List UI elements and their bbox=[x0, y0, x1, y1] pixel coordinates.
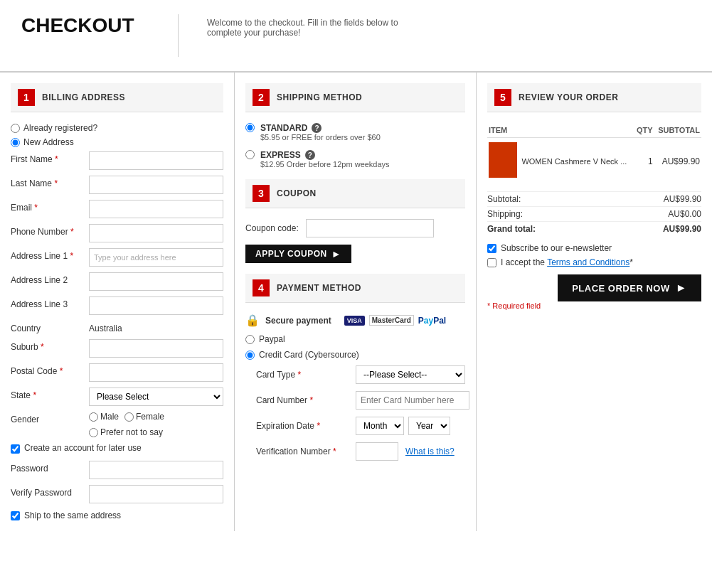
review-table: ITEM QTY SUBTOTAL WOMEN Cashmere V Neck … bbox=[487, 123, 701, 184]
gender-prefer-label[interactable]: Prefer not to say bbox=[89, 427, 163, 437]
state-row: State * Please Select bbox=[11, 387, 223, 406]
card-type-select[interactable]: --Please Select-- bbox=[356, 365, 465, 384]
already-registered-radio[interactable] bbox=[11, 124, 20, 133]
verification-label: Verification Number * bbox=[256, 447, 349, 456]
card-type-row: Card Type * --Please Select-- bbox=[256, 365, 465, 384]
place-order-button[interactable]: PLACE ORDER NOW ► bbox=[558, 274, 701, 301]
country-row: Country Australia bbox=[11, 321, 223, 333]
already-registered-row: Already registered? bbox=[11, 123, 223, 133]
first-name-input[interactable] bbox=[89, 151, 223, 170]
paypal-radio[interactable] bbox=[245, 335, 255, 344]
state-label: State * bbox=[11, 387, 89, 400]
secure-row: 🔒 Secure payment VISA MasterCard PayPal bbox=[245, 314, 465, 327]
phone-row: Phone Number * bbox=[11, 224, 223, 242]
apply-coupon-button[interactable]: APPLY COUPON ► bbox=[245, 245, 351, 263]
last-name-input[interactable] bbox=[89, 176, 223, 194]
coupon-row: Coupon code: bbox=[245, 219, 465, 237]
already-registered-label[interactable]: Already registered? bbox=[23, 123, 97, 133]
suburb-input[interactable] bbox=[89, 339, 223, 358]
shipping-step-num: 2 bbox=[253, 89, 270, 106]
verification-row: Verification Number * What is this? bbox=[256, 442, 465, 461]
header-message: Welcome to the checkout. Fill in the fie… bbox=[207, 14, 420, 38]
postal-label: Postal Code * bbox=[11, 363, 89, 376]
email-input[interactable] bbox=[89, 200, 223, 218]
address3-input[interactable] bbox=[89, 296, 223, 315]
new-address-radio[interactable] bbox=[11, 138, 20, 147]
standard-help-icon[interactable]: ? bbox=[312, 123, 322, 133]
phone-label: Phone Number * bbox=[11, 224, 89, 237]
col-qty: QTY bbox=[634, 123, 654, 138]
subscribe-label[interactable]: Subscribe to our e-newsletter bbox=[501, 243, 612, 253]
apply-coupon-arrow-icon: ► bbox=[331, 248, 341, 260]
terms-row: I accept the Terms and Conditions* bbox=[487, 257, 701, 267]
card-number-input[interactable] bbox=[356, 391, 469, 410]
ship-same-checkbox[interactable] bbox=[11, 511, 20, 520]
last-name-label: Last Name * bbox=[11, 176, 89, 188]
cc-label[interactable]: Credit Card (Cybersource) bbox=[245, 350, 465, 360]
state-select[interactable]: Please Select bbox=[89, 387, 223, 406]
paypal-label[interactable]: Paypal bbox=[245, 334, 465, 344]
email-label: Email * bbox=[11, 200, 89, 213]
new-address-row: New Address bbox=[11, 137, 223, 147]
address1-input[interactable] bbox=[89, 248, 223, 267]
standard-label[interactable]: STANDARD ? $5.95 or FREE for orders over… bbox=[245, 123, 465, 141]
standard-option: STANDARD ? $5.95 or FREE for orders over… bbox=[245, 123, 465, 141]
suburb-label: Suburb * bbox=[11, 339, 89, 352]
coupon-input[interactable] bbox=[306, 219, 434, 237]
lock-icon: 🔒 bbox=[245, 314, 260, 327]
card-number-label: Card Number * bbox=[256, 395, 349, 405]
col-item: ITEM bbox=[487, 123, 634, 138]
create-account-checkbox[interactable] bbox=[11, 444, 20, 454]
cc-option: Credit Card (Cybersource) bbox=[245, 350, 465, 360]
payment-logos: VISA MasterCard PayPal bbox=[344, 315, 446, 326]
create-account-label[interactable]: Create an account for later use bbox=[24, 443, 142, 453]
grand-total-row: Grand total: AU$99.90 bbox=[487, 221, 701, 236]
gender-row: Gender Male Female Prefer not to say bbox=[11, 412, 223, 437]
shipping-total-label: Shipping: bbox=[487, 209, 523, 219]
standard-radio[interactable] bbox=[245, 123, 255, 132]
cc-option-text: Credit Card (Cybersource) bbox=[259, 350, 359, 360]
gender-female-label[interactable]: Female bbox=[124, 412, 164, 422]
express-radio[interactable] bbox=[245, 150, 255, 159]
phone-input[interactable] bbox=[89, 224, 223, 242]
product-price-cell: AU$99.90 bbox=[654, 138, 701, 185]
new-address-label[interactable]: New Address bbox=[23, 137, 74, 147]
year-select[interactable]: Year bbox=[408, 417, 450, 435]
payment-title: PAYMENT METHOD bbox=[277, 283, 361, 293]
verify-password-row: Verify Password bbox=[11, 485, 223, 503]
verify-password-input[interactable] bbox=[89, 485, 223, 503]
gender-prefer-radio[interactable] bbox=[89, 428, 98, 437]
standard-name: STANDARD bbox=[260, 123, 307, 133]
review-step-num: 5 bbox=[494, 89, 511, 106]
gender-male-radio[interactable] bbox=[89, 412, 98, 422]
billing-header: 1 BILLING ADDRESS bbox=[11, 83, 223, 112]
gender-group: Male Female Prefer not to say bbox=[89, 412, 223, 437]
cc-radio[interactable] bbox=[245, 351, 255, 360]
grand-total-value: AU$99.90 bbox=[663, 224, 701, 234]
terms-link[interactable]: Terms and Conditions bbox=[547, 257, 629, 267]
subscribe-checkbox[interactable] bbox=[487, 244, 496, 253]
password-input[interactable] bbox=[89, 461, 223, 479]
verification-input[interactable] bbox=[356, 442, 398, 461]
password-row: Password bbox=[11, 461, 223, 479]
what-is-this-link[interactable]: What is this? bbox=[405, 447, 455, 456]
address2-label: Address Line 2 bbox=[11, 272, 89, 285]
express-help-icon[interactable]: ? bbox=[305, 150, 315, 160]
standard-desc: $5.95 or FREE for orders over $60 bbox=[260, 133, 381, 141]
password-label: Password bbox=[11, 461, 89, 474]
terms-checkbox[interactable] bbox=[487, 258, 496, 267]
place-order-label: PLACE ORDER NOW bbox=[572, 283, 670, 294]
gender-male-label[interactable]: Male bbox=[89, 412, 119, 422]
ship-same-label[interactable]: Ship to the same address bbox=[24, 511, 121, 520]
gender-female-radio[interactable] bbox=[124, 412, 134, 422]
address2-input[interactable] bbox=[89, 272, 223, 291]
standard-info: STANDARD ? $5.95 or FREE for orders over… bbox=[260, 123, 381, 141]
month-select[interactable]: Month bbox=[356, 417, 404, 435]
main-content: 1 BILLING ADDRESS Already registered? Ne… bbox=[0, 72, 712, 531]
express-label[interactable]: EXPRESS ? $12.95 Order before 12pm weekd… bbox=[245, 150, 465, 169]
postal-input[interactable] bbox=[89, 363, 223, 382]
last-name-row: Last Name * bbox=[11, 176, 223, 194]
address1-label: Address Line 1 * bbox=[11, 248, 89, 261]
card-type-label: Card Type * bbox=[256, 370, 349, 380]
place-order-arrow-icon: ► bbox=[676, 282, 687, 294]
